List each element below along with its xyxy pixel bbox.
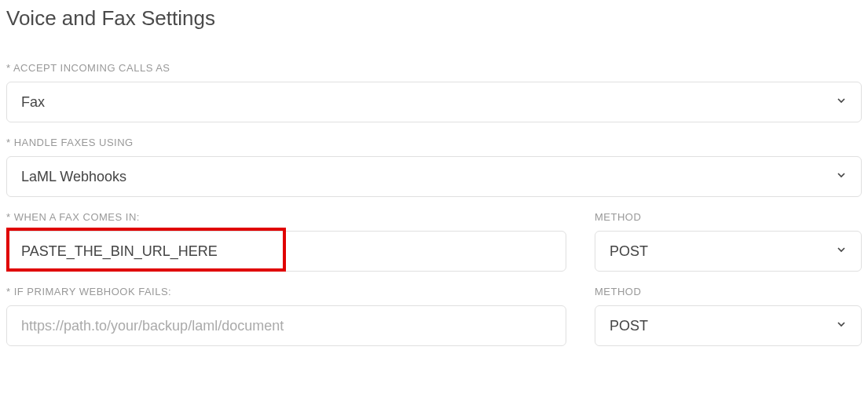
- when-fax-group: * WHEN A FAX COMES IN:: [6, 211, 566, 272]
- when-fax-method-group: METHOD POST: [595, 211, 862, 272]
- handle-faxes-select[interactable]: LaML Webhooks: [6, 156, 862, 197]
- if-primary-fails-input[interactable]: [6, 305, 566, 346]
- when-fax-input[interactable]: [6, 231, 566, 272]
- if-primary-method-group: METHOD POST: [595, 286, 862, 346]
- if-primary-fails-label: * IF PRIMARY WEBHOOK FAILS:: [6, 286, 566, 297]
- accept-incoming-group: * ACCEPT INCOMING CALLS AS Fax: [6, 62, 862, 122]
- accept-incoming-label: * ACCEPT INCOMING CALLS AS: [6, 62, 862, 74]
- if-primary-method-select[interactable]: POST: [595, 305, 862, 346]
- when-fax-label: * WHEN A FAX COMES IN:: [6, 211, 566, 223]
- when-fax-method-label: METHOD: [595, 211, 862, 223]
- handle-faxes-value: LaML Webhooks: [6, 156, 862, 197]
- handle-faxes-group: * HANDLE FAXES USING LaML Webhooks: [6, 137, 862, 197]
- when-fax-method-select[interactable]: POST: [595, 231, 862, 272]
- if-primary-fails-group: * IF PRIMARY WEBHOOK FAILS:: [6, 286, 566, 346]
- if-primary-method-value: POST: [595, 305, 862, 346]
- accept-incoming-select[interactable]: Fax: [6, 82, 862, 122]
- when-fax-method-value: POST: [595, 231, 862, 272]
- handle-faxes-label: * HANDLE FAXES USING: [6, 137, 862, 148]
- if-primary-method-label: METHOD: [595, 286, 862, 297]
- page-title: Voice and Fax Settings: [6, 6, 862, 31]
- accept-incoming-value: Fax: [6, 82, 862, 122]
